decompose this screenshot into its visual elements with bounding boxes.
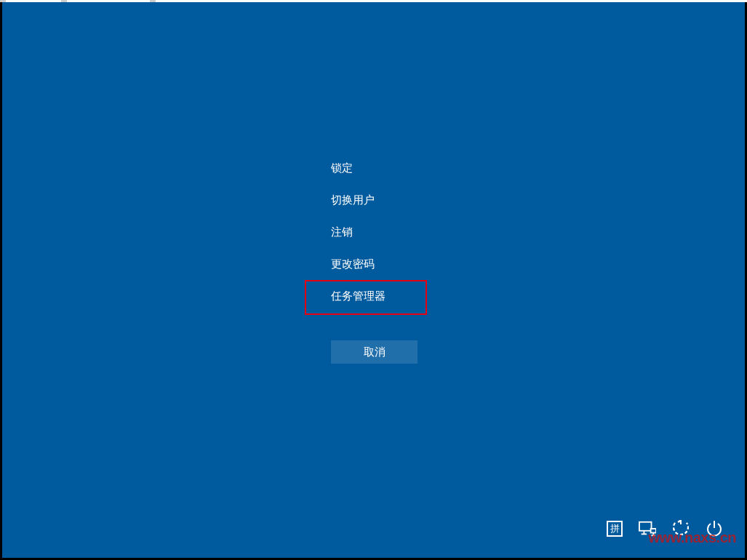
power-icon[interactable] (706, 520, 723, 537)
cancel-button[interactable]: 取消 (331, 340, 418, 364)
option-switch-user[interactable]: 切换用户 (329, 193, 387, 225)
option-change-password[interactable]: 更改密码 (329, 257, 387, 289)
system-tray: 拼 (607, 520, 723, 537)
ease-of-access-icon[interactable] (672, 520, 690, 537)
svg-rect-0 (639, 522, 652, 531)
security-options-screen: 锁定 切换用户 注销 更改密码 任务管理器 取消 拼 (2, 2, 745, 558)
security-options-list: 锁定 切换用户 注销 更改密码 任务管理器 (329, 161, 387, 321)
svg-rect-3 (651, 529, 656, 533)
option-lock[interactable]: 锁定 (329, 161, 387, 193)
option-task-manager[interactable]: 任务管理器 (329, 289, 387, 321)
option-sign-out[interactable]: 注销 (329, 225, 387, 257)
ime-indicator-icon[interactable]: 拼 (607, 521, 623, 537)
network-icon[interactable] (639, 520, 656, 537)
